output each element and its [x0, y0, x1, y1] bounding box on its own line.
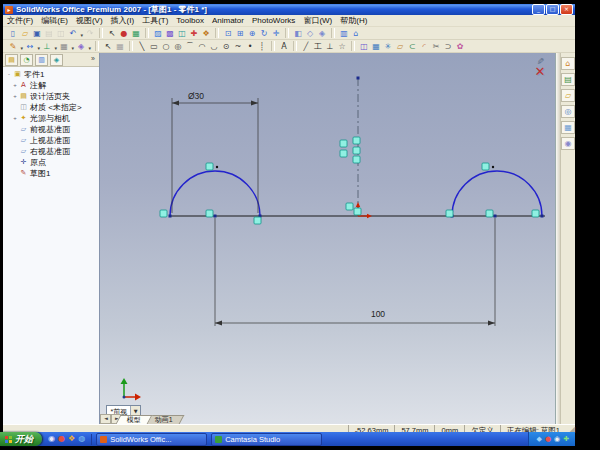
menu-edit[interactable]: 编辑(E) [37, 15, 72, 26]
wireframe-button[interactable]: ◈ [316, 28, 328, 39]
menu-tools[interactable]: 工具(T) [138, 15, 172, 26]
taskpane-solidworks-resources-icon[interactable]: ⌂ [561, 57, 575, 70]
convert-entities-button[interactable]: ⊂ [406, 41, 418, 52]
undo-button[interactable]: ↶ [67, 28, 79, 39]
dim-text-length[interactable]: 100 [371, 309, 385, 319]
open-button[interactable]: ▱ [19, 28, 31, 39]
select-button[interactable]: ↖ [106, 28, 118, 39]
fillet-tool-button[interactable]: ◜ [418, 41, 430, 52]
redo-button[interactable]: ↷ [84, 28, 96, 39]
tree-lights-cameras[interactable]: + ✦ 光源与相机 [3, 113, 99, 124]
menu-view[interactable]: 视图(V) [72, 15, 107, 26]
hidden-lines-button[interactable]: ◇ [304, 28, 316, 39]
tree-expander[interactable]: - [5, 69, 13, 80]
menu-photoworks[interactable]: PhotoWorks [248, 16, 299, 25]
menu-file[interactable]: 文件(F) [3, 15, 37, 26]
zoom-in-out-button[interactable]: ⊕ [246, 28, 258, 39]
text-tool-button[interactable]: A [278, 41, 290, 52]
tree-expander[interactable]: + [11, 113, 19, 124]
line-tool-button[interactable]: ╲ [136, 41, 148, 52]
construction-geometry-button[interactable]: ╱ [300, 41, 312, 52]
add-relation-button[interactable]: ⊥ [41, 41, 53, 52]
quick-launch-icon-1[interactable]: ◉ [48, 434, 55, 444]
print-preview-button[interactable]: ◫ [55, 28, 67, 39]
quick-snaps-button[interactable]: ◈ [75, 41, 87, 52]
left-semicircle-arc[interactable] [170, 171, 260, 216]
zoom-fit-button[interactable]: ⊡ [222, 28, 234, 39]
tangent-arc-tool-button[interactable]: ◠ [196, 41, 208, 52]
shaded-view-button[interactable]: ◧ [292, 28, 304, 39]
tree-expander[interactable]: + [11, 91, 19, 102]
graphics-area[interactable]: Ø30 100 [100, 53, 555, 424]
tree-annotations[interactable]: + A 注解 [3, 80, 99, 91]
edit-color-button[interactable]: ▦ [130, 28, 142, 39]
standard-views-button[interactable]: ⌂ [350, 28, 362, 39]
vertical-relation-button[interactable]: 工 [312, 41, 324, 52]
taskpane-file-explorer-icon[interactable]: ▱ [561, 89, 575, 102]
perpendicular-relation-button[interactable]: ⊥ [324, 41, 336, 52]
circular-pattern-button[interactable]: ✳ [382, 41, 394, 52]
tree-origin[interactable]: ✛ 原点 [3, 157, 99, 168]
linear-pattern-button[interactable]: ▦ [370, 41, 382, 52]
zoom-area-button[interactable]: ⊞ [234, 28, 246, 39]
sketch-picture-button[interactable]: ✿ [454, 41, 466, 52]
extend-tool-button[interactable]: ⊃ [442, 41, 454, 52]
sketch-relation-icons[interactable] [160, 137, 539, 224]
taskpane-search-icon[interactable]: ◎ [561, 105, 575, 118]
quick-launch-icon-2[interactable]: ● [58, 434, 65, 444]
start-button[interactable]: 开始 [0, 432, 42, 446]
perimeter-circle-tool-button[interactable]: ◎ [172, 41, 184, 52]
sketch-button[interactable]: ✎ [7, 41, 19, 52]
task-camtasia[interactable]: Camtasia Studio [211, 433, 322, 446]
centerpoint-arc-tool-button[interactable]: ⌒ [184, 41, 196, 52]
tray-icon-2[interactable]: ● [545, 433, 551, 445]
grid-button[interactable]: ▦ [114, 41, 126, 52]
tree-part-root[interactable]: - ▣ 零件1 [3, 69, 99, 80]
tree-right-plane[interactable]: ▱ 右视基准面 [3, 146, 99, 157]
symmetry-button[interactable]: ☆ [336, 41, 348, 52]
minimize-button[interactable]: _ [532, 4, 545, 15]
tray-icon-4[interactable]: ✚ [563, 433, 569, 445]
material-editor-button[interactable]: ✚ [188, 28, 200, 39]
menu-window[interactable]: 窗口(W) [299, 15, 336, 26]
print-button[interactable]: ▤ [43, 28, 55, 39]
trim-tool-button[interactable]: ✂ [430, 41, 442, 52]
taskpane-document-icon[interactable]: ▦ [561, 121, 575, 134]
tree-front-plane[interactable]: ▱ 前视基准面 [3, 124, 99, 135]
rebuild-button[interactable]: ● [118, 28, 130, 39]
tray-icon-3[interactable]: ◉ [554, 433, 560, 445]
tab-model[interactable]: 模型 [116, 415, 153, 424]
tree-sketch1[interactable]: ✎ 草图1 [3, 168, 99, 179]
tab-scroll-left[interactable]: ◄ [100, 414, 111, 424]
centerline-tool-button[interactable]: ┊ [256, 41, 268, 52]
tab-propertymanager[interactable]: ◔ [20, 54, 33, 66]
centerline-endpoint[interactable] [357, 77, 360, 80]
tree-top-plane[interactable]: ▱ 上视基准面 [3, 135, 99, 146]
quick-launch-icon-3[interactable]: ❖ [68, 434, 75, 444]
point-tool-button[interactable]: • [244, 41, 256, 52]
mirror-entities-button[interactable]: ◫ [358, 41, 370, 52]
tree-material[interactable]: ◫ 材质 <未指定> [3, 102, 99, 113]
scene-button[interactable]: ▩ [164, 28, 176, 39]
palette-button[interactable]: ❖ [200, 28, 212, 39]
quick-launch-icon-4[interactable]: ◍ [78, 434, 85, 444]
view-orientation-button[interactable]: ▥ [338, 28, 350, 39]
save-button[interactable]: ▣ [31, 28, 43, 39]
taskpane-design-library-icon[interactable]: ▤ [561, 73, 575, 86]
restore-button[interactable]: □ [546, 4, 559, 15]
close-button[interactable]: × [560, 4, 573, 15]
menu-help[interactable]: 帮助(H) [336, 15, 371, 26]
smart-dimension-button[interactable]: ↔ [24, 41, 36, 52]
appearance-button[interactable]: ▨ [152, 28, 164, 39]
three-point-arc-tool-button[interactable]: ◡ [208, 41, 220, 52]
display-relations-button[interactable]: ▦ [58, 41, 70, 52]
rotate-view-button[interactable]: ↻ [258, 28, 270, 39]
menu-toolbox[interactable]: Toolbox [172, 16, 208, 25]
right-semicircle-arc[interactable] [452, 171, 542, 216]
pan-button[interactable]: ✛ [270, 28, 282, 39]
spline-tool-button[interactable]: ~ [232, 41, 244, 52]
tree-design-binder[interactable]: + ▤ 设计活页夹 [3, 91, 99, 102]
dim-text-diameter[interactable]: Ø30 [188, 91, 204, 101]
tab-configurationmanager[interactable]: ▥ [35, 54, 48, 66]
circle-tool-button[interactable]: ○ [160, 41, 172, 52]
